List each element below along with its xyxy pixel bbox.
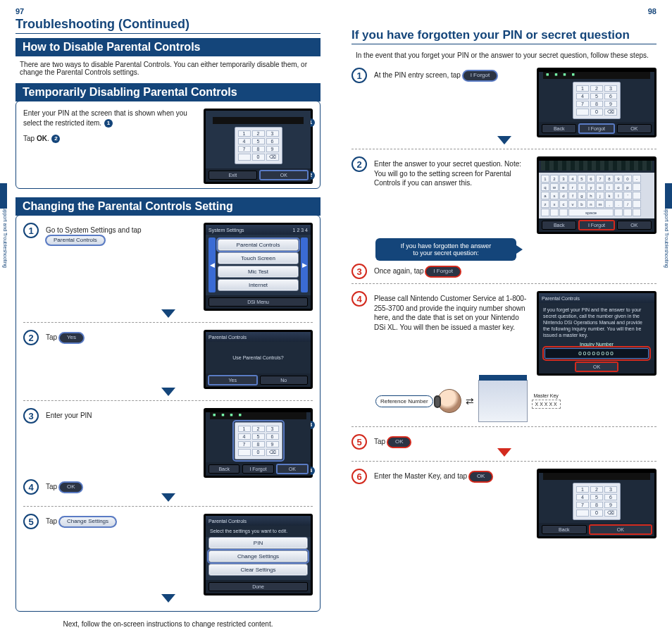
arrow-down-icon: [497, 136, 511, 144]
ds-sys-pages: 1 2 3 4: [293, 228, 308, 233]
step3-number: 3: [23, 408, 39, 424]
step3-text: Enter your PIN: [46, 412, 92, 419]
ds-yes-button: Yes: [209, 376, 257, 385]
ds-done-button: Done: [209, 582, 308, 591]
r-step5-number: 5: [351, 434, 367, 450]
divider: [351, 283, 657, 284]
ds-back-r1: Back: [542, 124, 576, 133]
ds-pc-title-r: Parental Controls: [542, 296, 580, 301]
r-step1-number: 1: [351, 68, 367, 83]
box-change-settings: 1 Go to System Settings and tap Parental…: [15, 215, 321, 612]
page-number-left: 97: [15, 7, 24, 16]
ds-menu-touch: Touch Screen: [218, 252, 299, 264]
box-temp-disable: Enter your PIN at the screen that is sho…: [15, 101, 321, 189]
person-icon: [437, 389, 461, 413]
r-step6-text: Enter the Master Key, and tap: [374, 473, 467, 481]
pill-iforgot-red: I Forgot: [425, 266, 461, 277]
page-number-right: 98: [648, 7, 657, 16]
heading-change-settings: Changing the Parental Controls Setting: [15, 197, 321, 216]
ds-menu-mic: Mic Test: [218, 266, 299, 278]
phone-icon: [434, 395, 441, 408]
ds-pc-title-2: Parental Controls: [209, 519, 247, 524]
double-arrow-icon: ⇄: [466, 395, 474, 407]
pill-ok: OK: [59, 482, 83, 493]
change-footer-note: Next, follow the on-screen instructions …: [15, 620, 321, 628]
ds-menu-internet: Internet: [218, 279, 299, 291]
screenshot-system-settings: System Settings1 2 3 4 ◀ Parental Contro…: [204, 223, 313, 311]
ds-opt-pin: PIN: [209, 537, 308, 549]
ds-ok-r2: OK: [617, 221, 652, 230]
keypad-r6: 1234567890⌫: [573, 483, 621, 520]
r-step1-text: At the PIN entry screen, tap: [374, 71, 461, 79]
divider: [351, 461, 657, 462]
bullet-1-icon: 1: [104, 119, 113, 128]
pill-parental-controls: Parental Controls: [46, 235, 105, 246]
step5-text: Tap: [46, 517, 57, 525]
ds-iforgot-r1: I Forgot: [579, 124, 614, 133]
ds-menu-parental: Parental Controls: [218, 239, 299, 251]
temp-tap-period: .: [47, 135, 49, 142]
pill-iforgot: I Forgot: [463, 70, 498, 81]
pill-ok-red-2: OK: [469, 471, 493, 482]
step4-text: Tap: [46, 483, 57, 490]
ds-ok-button: OK: [260, 171, 309, 180]
bullet-2-icon: 2: [51, 135, 60, 143]
step4-number: 4: [23, 479, 39, 495]
pill-yes: Yes: [59, 333, 84, 343]
ds-back-r6: Back: [542, 525, 587, 534]
arrow-down-icon: [161, 388, 175, 396]
ds-no-button: No: [260, 376, 309, 385]
r-step2-text: Enter the answer to your secret question…: [374, 160, 521, 187]
heading-forgot-pin: If you have forgotten your PIN or secret…: [351, 28, 657, 44]
ds-iforgot-r2: I Forgot: [579, 221, 614, 230]
title-troubleshooting: Troubleshooting (Continued): [15, 17, 321, 34]
ds-ok-button-2: OK: [277, 464, 308, 474]
temp-tap-label: Tap: [23, 135, 37, 142]
master-key-mask: X X X X X: [532, 400, 561, 409]
r-step2-number: 2: [351, 156, 367, 172]
pill-change-settings: Change Settings: [59, 517, 116, 527]
keypad-2: 1234567890⌫: [235, 422, 282, 459]
screenshot-r-inquiry: Parental Controls If you forget your PIN…: [537, 291, 657, 376]
qwerty-keyboard: 1234567890- qwertyuiop asdfghjkl' zxcvbn…: [539, 173, 654, 218]
arrow-down-icon: [161, 309, 175, 318]
arrow-left-icon: ◀: [209, 237, 216, 292]
r-step3-number: 3: [351, 264, 367, 279]
ds-inquiry-number: 00000000: [545, 348, 649, 359]
screenshot-use-pc: Parental Controls Use Parental Controls?…: [204, 330, 313, 389]
ds-opt-clear: Clear Settings: [209, 564, 308, 576]
divider: [351, 149, 657, 149]
blue-note-forgotten-answer: If you have forgotten the answer to your…: [375, 238, 516, 261]
keypad-r1: 1234567890⌫: [573, 82, 621, 119]
page-left: 97 Troubleshooting (Continued) How to Di…: [0, 0, 336, 642]
ds-ok-r6: OK: [590, 525, 652, 534]
customer-service-illustration: Reference Number ⇄ Master Key X X X X X: [375, 380, 657, 422]
ds-back-r2: Back: [542, 221, 576, 230]
pin-display-r1: ■ ■ ■ ■: [543, 72, 650, 79]
arrow-down-red-icon: [497, 448, 511, 457]
ds-sys-title: System Settings: [209, 228, 244, 233]
building-icon: [478, 380, 528, 422]
ds-ok-r4: OK: [575, 362, 618, 371]
ds-back-button: Back: [209, 464, 239, 474]
screenshot-pc-options: Parental Controls Select the settings yo…: [204, 514, 313, 595]
step1-number: 1: [23, 223, 39, 238]
intro-forgot-pin: In the event that you forget your PIN or…: [356, 51, 657, 59]
ds-exit-button: Exit: [209, 171, 257, 180]
screenshot-pin-entry: ■ ■ ■ ■ 1234567890⌫ Back I Forgot OK: [204, 408, 313, 478]
arrow-right-icon: ▶: [301, 237, 308, 292]
step2-number: 2: [23, 330, 39, 345]
r-step5-text: Tap: [374, 438, 385, 446]
ds-pc-select: Select the settings you want to edit.: [206, 526, 311, 536]
heading-temp-disable: Temporarily Disabling Parental Controls: [15, 83, 321, 101]
temp-tap-ok: OK: [37, 135, 47, 142]
ds-pc-question: Use Parental Controls?: [206, 342, 311, 374]
keypad: 1234567890⌫: [235, 127, 282, 164]
ds-dsimenu-button: DSi Menu: [209, 297, 308, 307]
screenshot-r-masterkey: 1234567890⌫ Back OK: [537, 469, 657, 538]
screenshot-temp-pin: 1 2 1234567890⌫ Exit OK: [204, 109, 313, 184]
r-step6-number: 6: [351, 469, 367, 484]
pill-ok-red: OK: [387, 437, 411, 447]
r-step4-number: 4: [351, 291, 367, 307]
screenshot-r-keyboard: 1234567890- qwertyuiop asdfghjkl' zxcvbn…: [537, 156, 657, 234]
